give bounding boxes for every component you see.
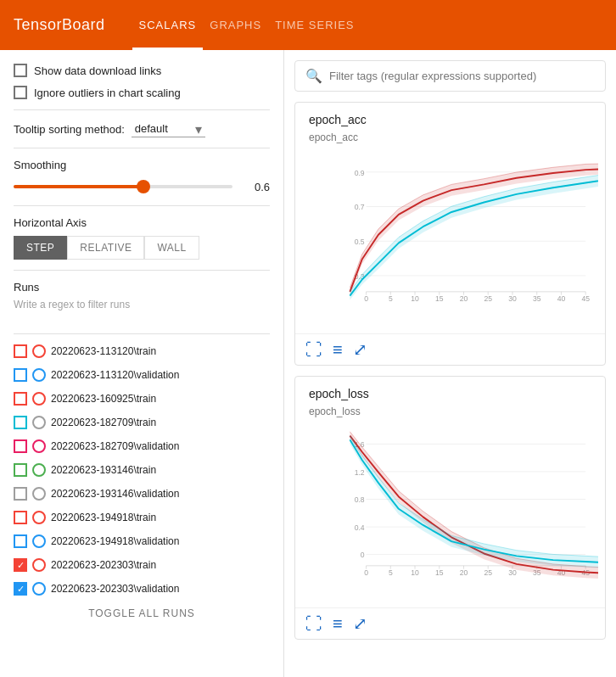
tooltip-sort-select[interactable]: default descending ascending nearest: [132, 120, 205, 137]
run-checkbox[interactable]: [14, 392, 27, 406]
checkbox-show-download-box[interactable]: [14, 64, 27, 77]
toggle-all-button[interactable]: TOGGLE ALL RUNS: [14, 602, 270, 624]
checkbox-show-download[interactable]: Show data download links: [14, 64, 270, 77]
divider-3: [14, 205, 270, 206]
run-checkbox[interactable]: [14, 534, 27, 548]
nav-scalars[interactable]: SCALARS: [132, 0, 204, 50]
checkbox-ignore-outliers-box[interactable]: [14, 86, 27, 99]
run-row[interactable]: ✓20220623-202303\train: [14, 555, 270, 575]
chart-card-epoch_acc: epoch_accepoch_acc0.90.70.50.30510152025…: [294, 102, 606, 366]
run-circle: [32, 582, 46, 596]
run-name: 20220623-113120\validation: [51, 369, 179, 381]
svg-text:5: 5: [389, 294, 393, 303]
run-name: 20220623-113120\train: [51, 345, 156, 357]
run-row[interactable]: 20220623-193146\validation: [14, 484, 270, 504]
horizontal-axis-label: Horizontal Axis: [14, 216, 270, 229]
chart-inner-label: epoch_loss: [295, 404, 605, 421]
run-circle: [32, 534, 46, 548]
chart-title: epoch_loss: [295, 377, 605, 404]
svg-text:20: 20: [460, 568, 468, 577]
axis-btn-step[interactable]: STEP: [14, 236, 67, 260]
run-circle: [32, 439, 46, 453]
checkbox-ignore-outliers[interactable]: Ignore outliers in chart scaling: [14, 86, 270, 99]
filter-input[interactable]: [329, 70, 595, 82]
run-row[interactable]: 20220623-182709\validation: [14, 436, 270, 456]
content: 🔍 epoch_accepoch_acc0.90.70.50.305101520…: [284, 50, 616, 677]
checkbox-ignore-outliers-label: Ignore outliers in chart scaling: [34, 87, 181, 99]
run-name: 20220623-202303\train: [51, 559, 156, 571]
svg-text:35: 35: [533, 294, 541, 303]
divider-2: [14, 148, 270, 148]
axis-btn-wall[interactable]: WALL: [144, 236, 199, 260]
run-checkbox[interactable]: [14, 416, 27, 429]
header: TensorBoard SCALARS GRAPHS TIME SERIES: [0, 0, 616, 50]
slider-track: [14, 185, 232, 188]
run-circle: [32, 463, 46, 477]
svg-text:45: 45: [581, 294, 590, 303]
run-checkbox[interactable]: [14, 344, 27, 358]
main: Show data download links Ignore outliers…: [0, 50, 616, 677]
expand-icon[interactable]: ⛶: [305, 614, 322, 634]
tooltip-sort-label: Tooltip sorting method:: [14, 123, 125, 136]
run-checkbox[interactable]: ✓: [14, 582, 27, 596]
run-checkbox[interactable]: [14, 368, 27, 382]
runs-label: Runs: [14, 281, 270, 294]
svg-text:25: 25: [484, 568, 492, 577]
checkbox-show-download-label: Show data download links: [34, 64, 161, 77]
search-icon: 🔍: [305, 68, 322, 84]
run-name: 20220623-202303\validation: [51, 583, 179, 595]
run-row[interactable]: ✓20220623-202303\validation: [14, 579, 270, 599]
runs-filter-label: Write a regex to filter runs: [14, 299, 270, 311]
svg-text:0.7: 0.7: [355, 203, 365, 211]
fullscreen-icon[interactable]: ⤢: [353, 339, 367, 360]
axis-btn-relative[interactable]: RELATIVE: [67, 236, 144, 260]
svg-text:0: 0: [364, 294, 368, 303]
run-row[interactable]: 20220623-194918\train: [14, 507, 270, 528]
run-checkbox[interactable]: [14, 511, 27, 524]
nav: SCALARS GRAPHS TIME SERIES: [132, 0, 361, 50]
run-circle: [32, 487, 46, 501]
fullscreen-icon[interactable]: ⤢: [353, 613, 367, 634]
tooltip-sort-select-wrap[interactable]: default descending ascending nearest ▾: [132, 120, 202, 137]
svg-text:0.5: 0.5: [355, 238, 365, 246]
run-row[interactable]: 20220623-113120\validation: [14, 365, 270, 385]
svg-text:0.9: 0.9: [355, 169, 365, 177]
smoothing-slider[interactable]: [14, 178, 232, 195]
nav-graphs[interactable]: GRAPHS: [203, 0, 268, 50]
run-row[interactable]: 20220623-113120\train: [14, 341, 270, 361]
data-download-icon[interactable]: ≡: [333, 340, 343, 360]
expand-icon[interactable]: ⛶: [305, 340, 322, 360]
chart-area: 1.61.20.80.40051015202530354045: [295, 421, 605, 607]
run-checkbox[interactable]: [14, 463, 27, 477]
run-checkbox[interactable]: ✓: [14, 558, 27, 572]
run-name: 20220623-160925\train: [51, 393, 156, 405]
runs-list: 20220623-113120\train20220623-113120\val…: [14, 341, 270, 599]
runs-filter-input[interactable]: [14, 317, 270, 334]
run-circle: [32, 368, 46, 382]
run-row[interactable]: 20220623-193146\train: [14, 460, 270, 480]
chart-actions: ⛶≡⤢: [295, 607, 605, 639]
chart-area: 0.90.70.50.3051015202530354045: [295, 147, 605, 333]
svg-text:0.4: 0.4: [355, 523, 365, 532]
run-circle: [32, 511, 46, 524]
filter-bar: 🔍: [294, 60, 606, 92]
run-row[interactable]: 20220623-194918\validation: [14, 531, 270, 551]
svg-text:30: 30: [508, 294, 517, 303]
svg-text:20: 20: [460, 294, 468, 303]
run-checkbox[interactable]: [14, 439, 27, 453]
run-name: 20220623-194918\validation: [51, 535, 179, 547]
nav-time-series[interactable]: TIME SERIES: [268, 0, 361, 50]
divider-1: [14, 109, 270, 110]
chart-actions: ⛶≡⤢: [295, 333, 605, 365]
run-row[interactable]: 20220623-160925\train: [14, 389, 270, 409]
slider-thumb[interactable]: [137, 180, 150, 193]
run-row[interactable]: 20220623-182709\train: [14, 412, 270, 433]
svg-text:5: 5: [389, 568, 393, 577]
svg-text:40: 40: [557, 294, 566, 303]
run-name: 20220623-193146\validation: [51, 488, 179, 500]
svg-text:25: 25: [484, 294, 492, 303]
data-download-icon[interactable]: ≡: [333, 614, 343, 634]
sidebar: Show data download links Ignore outliers…: [0, 50, 284, 677]
slider-fill: [14, 185, 145, 188]
run-checkbox[interactable]: [14, 487, 27, 501]
